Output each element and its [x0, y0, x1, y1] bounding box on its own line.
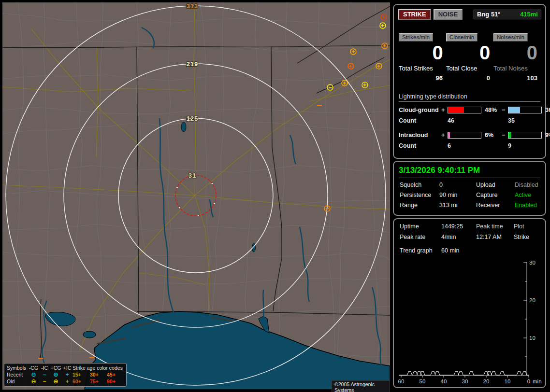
svg-text:0: 0 — [527, 378, 530, 384]
squelch-value: 0 — [439, 182, 476, 188]
cg-positive-pct: 48% — [482, 107, 502, 113]
legend-recent-label: Recent — [7, 371, 28, 378]
legend-col-pic: +IC — [62, 364, 72, 371]
range-value: 313 mi — [439, 202, 476, 209]
svg-text:min: min — [533, 378, 542, 384]
svg-text:20: 20 — [529, 297, 536, 303]
close-per-min-value: 0 — [446, 42, 493, 64]
cg-count-label: Count — [399, 117, 441, 124]
svg-text:50: 50 — [420, 378, 426, 384]
age-60: 60+ — [72, 378, 90, 385]
old-pic-icon: + — [62, 378, 72, 385]
legend-col-pcg: +CG — [50, 364, 62, 371]
total-noises-value: 103 — [493, 74, 540, 82]
svg-text:30: 30 — [529, 260, 536, 266]
total-strikes-label: Total Strikes — [399, 65, 446, 72]
plus-sign: + — [441, 107, 448, 113]
symbol-legend: Symbols -CG -IC +CG +IC Strike age color… — [4, 363, 127, 387]
bearing-range: 415mi — [520, 11, 538, 18]
trend-graph: 1020306050403020100min — [394, 219, 545, 387]
svg-text:40: 40 — [441, 378, 447, 384]
cloud-ground-label: Cloud-ground — [399, 107, 441, 113]
ic-negative-bar — [508, 132, 542, 139]
upload-status: Disabled — [515, 182, 539, 188]
capture-label: Capture — [476, 192, 515, 198]
cg-positive-bar — [448, 107, 481, 113]
intracloud-label: Intracloud — [399, 132, 441, 139]
total-noises-label: Total Noises — [493, 65, 540, 72]
recent-nic-icon: − — [39, 371, 50, 378]
copyright-text: ©2005 Astrogenic Systems — [332, 380, 390, 392]
recent-pic-icon: + — [62, 371, 72, 378]
strike-toggle-button[interactable]: STRIKE — [398, 9, 431, 20]
svg-text:313: 313 — [187, 2, 199, 10]
recent-ncg-icon: ⊖ — [28, 371, 39, 378]
persistence-value: 90 min — [439, 192, 476, 198]
settings-panel: 3/13/2026 9:40:11 PM Squelch 0 Upload Di… — [393, 161, 546, 216]
legend-col-ncg: -CG — [28, 364, 39, 371]
ic-positive-count: 6 — [448, 142, 502, 149]
distribution-title: Lightning type distribution — [399, 93, 540, 102]
total-close-label: Total Close — [446, 65, 493, 72]
squelch-label: Squelch — [400, 182, 439, 188]
map-canvas: 31321912531 — [2, 2, 390, 390]
legend-col-nic: -IC — [39, 364, 50, 371]
age-15: 15+ — [72, 371, 90, 378]
svg-text:60: 60 — [398, 378, 405, 384]
svg-text:219: 219 — [187, 60, 199, 68]
old-ncg-icon: ⊖ — [28, 378, 39, 385]
close-per-min-chip[interactable]: Close/min — [446, 33, 478, 42]
strikes-per-min-chip[interactable]: Strikes/min — [399, 33, 433, 42]
persistence-label: Persistence — [400, 192, 439, 198]
old-pcg-icon: ⊕ — [50, 378, 62, 385]
svg-text:30: 30 — [462, 378, 468, 384]
legend-age-header: Strike age color codes — [72, 364, 124, 371]
cg-negative-pct: 36% — [543, 107, 550, 113]
legend-old-label: Old — [7, 378, 28, 385]
noise-toggle-button[interactable]: NOISE — [434, 9, 463, 20]
ic-count-label: Count — [399, 142, 441, 149]
noises-per-min-value: 0 — [493, 42, 540, 64]
minus-sign: − — [502, 132, 508, 139]
recent-pcg-icon: ⊕ — [50, 371, 62, 378]
bearing-readout: Bng 51° 415mi — [474, 10, 541, 19]
svg-text:10: 10 — [505, 378, 511, 384]
range-label: Range — [400, 202, 439, 209]
svg-text:125: 125 — [187, 115, 199, 122]
cg-positive-count: 46 — [448, 117, 502, 124]
cg-negative-count: 35 — [508, 117, 540, 124]
age-75: 75+ — [90, 378, 107, 385]
plus-sign: + — [441, 132, 448, 139]
legend-header: Symbols — [7, 364, 28, 371]
receiver-status: Enabled — [515, 202, 539, 209]
ic-positive-bar — [448, 132, 481, 139]
lightning-type-distribution: Lightning type distribution Cloud-ground… — [399, 93, 540, 149]
cg-negative-bar — [508, 107, 542, 113]
bearing-label: Bng 51° — [477, 11, 501, 18]
old-nic-icon: − — [39, 378, 50, 385]
ic-negative-pct: 9% — [543, 132, 550, 139]
age-45: 45+ — [107, 371, 124, 378]
date-time: 3/13/2026 9:40:11 PM — [399, 166, 540, 178]
svg-text:31: 31 — [188, 172, 196, 179]
age-90: 90+ — [107, 378, 124, 385]
upload-label: Upload — [476, 182, 515, 188]
ic-negative-count: 9 — [508, 142, 540, 149]
age-30: 30+ — [90, 371, 107, 378]
trend-panel: Uptime 1449:25 Peak time Plot Peak rate … — [393, 218, 546, 388]
svg-text:10: 10 — [529, 335, 536, 341]
strike-stats-panel: STRIKE NOISE Bng 51° 415mi Strikes/min C… — [393, 4, 546, 159]
minus-sign: − — [502, 107, 508, 113]
svg-text:20: 20 — [483, 378, 490, 384]
receiver-label: Receiver — [476, 202, 515, 209]
total-strikes-value: 96 — [399, 74, 446, 82]
capture-status: Active — [515, 192, 539, 198]
strikes-per-min-value: 0 — [399, 42, 446, 64]
total-close-value: 0 — [446, 74, 493, 82]
app-window: 31321912531 Symbols -CG -IC +CG +IC Stri… — [0, 0, 550, 392]
noises-per-min-chip[interactable]: Noises/min — [493, 33, 528, 42]
lightning-map[interactable]: 31321912531 Symbols -CG -IC +CG +IC Stri… — [2, 2, 390, 390]
ic-positive-pct: 6% — [482, 132, 502, 139]
